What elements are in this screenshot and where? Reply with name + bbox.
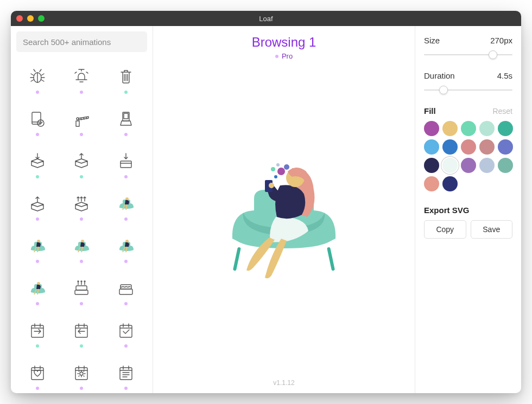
fill-label: Fill [424, 106, 436, 116]
tier-dot-icon [36, 344, 39, 348]
library-sidebar [11, 26, 153, 393]
close-window-button[interactable] [16, 15, 23, 22]
svg-rect-19 [119, 289, 132, 294]
calendar-next-icon[interactable] [15, 313, 60, 354]
box-multi-up-icon[interactable] [60, 187, 104, 227]
tier-dot-icon [124, 175, 128, 178]
tier-dot-icon [36, 217, 39, 221]
export-label: Export SVG [424, 206, 512, 215]
box-out-icon[interactable] [60, 144, 104, 184]
tier-dot-icon [80, 133, 83, 136]
duration-slider[interactable] [424, 86, 512, 94]
tier-dot-icon [36, 133, 39, 136]
color-swatch[interactable] [424, 176, 439, 191]
maximize-window-button[interactable] [38, 15, 45, 22]
window-controls [16, 15, 45, 22]
version-label: v1.1.12 [273, 379, 294, 389]
size-property: Size 270px [424, 36, 512, 59]
color-swatch[interactable] [442, 121, 458, 136]
svg-rect-36 [327, 247, 335, 271]
color-swatch[interactable] [442, 176, 458, 191]
library-scroll[interactable] [11, 57, 153, 393]
calendar-prev-icon[interactable] [60, 313, 104, 354]
color-swatch[interactable] [424, 158, 439, 173]
box-up-icon[interactable] [15, 187, 60, 227]
color-swatch[interactable] [461, 158, 476, 173]
search-input[interactable] [16, 31, 147, 52]
library-grid [15, 60, 148, 393]
calendar-gear-icon[interactable] [60, 356, 104, 393]
color-swatch[interactable] [498, 121, 513, 136]
book-check-icon[interactable] [15, 102, 60, 142]
svg-rect-23 [31, 368, 43, 380]
svg-point-33 [284, 164, 289, 170]
cake-icon[interactable] [104, 271, 148, 311]
svg-point-30 [271, 167, 275, 171]
color-swatch[interactable] [498, 158, 513, 173]
pro-dot-icon [275, 55, 278, 58]
trash-icon[interactable] [104, 60, 148, 100]
tier-dot-icon [36, 387, 39, 390]
color-swatch[interactable] [424, 139, 439, 155]
bug-icon[interactable] [15, 60, 60, 100]
svg-point-25 [80, 372, 83, 375]
save-button[interactable]: Save [471, 220, 513, 239]
svg-rect-35 [233, 247, 241, 271]
size-slider[interactable] [424, 50, 512, 59]
calendar-check-icon[interactable] [104, 313, 148, 354]
size-value: 270px [490, 36, 512, 45]
calendar-heart-icon[interactable] [15, 356, 60, 393]
color-swatch[interactable] [479, 158, 495, 173]
preview-pane: Browsing 1 Pro [153, 26, 415, 393]
color-swatch[interactable] [479, 121, 495, 136]
tier-dot-icon [80, 344, 83, 348]
tier-dot-icon [80, 387, 83, 390]
tier-dot-icon [36, 260, 39, 263]
svg-point-14 [81, 281, 82, 282]
svg-point-34 [274, 175, 277, 178]
browsing-1-illustration[interactable] [104, 187, 148, 227]
svg-point-31 [276, 163, 280, 166]
color-swatch[interactable] [442, 158, 458, 173]
animation-title: Browsing 1 [252, 35, 316, 50]
barrier-icon[interactable] [60, 102, 104, 142]
copy-button[interactable]: Copy [424, 220, 466, 239]
fill-reset-button[interactable]: Reset [492, 107, 512, 116]
svg-rect-6 [124, 113, 128, 119]
calendar-lines-icon[interactable] [104, 356, 148, 393]
color-swatch[interactable] [479, 139, 495, 155]
color-swatch[interactable] [461, 139, 476, 155]
minimize-window-button[interactable] [27, 15, 34, 22]
svg-rect-26 [120, 368, 132, 380]
tier-dot-icon [80, 175, 83, 178]
search-wrap [11, 26, 153, 57]
kiosk-icon[interactable] [104, 102, 148, 142]
color-swatch[interactable] [442, 139, 458, 155]
browsing-3-illustration[interactable] [60, 229, 104, 269]
app-window: Loaf [11, 11, 521, 393]
bell-icon[interactable] [60, 60, 104, 100]
tier-dot-icon [36, 302, 39, 305]
box-in-icon[interactable] [15, 144, 60, 184]
tier-dot-icon [80, 91, 83, 94]
svg-rect-7 [121, 161, 131, 168]
box-download-icon[interactable] [104, 144, 148, 184]
cake-candles-icon[interactable] [60, 271, 104, 311]
svg-rect-17 [75, 290, 88, 294]
duration-label: Duration [424, 71, 455, 80]
svg-point-15 [84, 281, 85, 282]
color-swatch[interactable] [498, 139, 513, 155]
color-swatch[interactable] [424, 121, 439, 136]
color-swatch[interactable] [461, 121, 476, 136]
svg-rect-3 [76, 121, 79, 126]
svg-rect-22 [120, 325, 132, 337]
tier-dot-icon [124, 260, 128, 263]
svg-point-32 [277, 168, 285, 175]
titlebar: Loaf [11, 11, 521, 26]
app-body: Browsing 1 Pro [11, 26, 521, 393]
tier-dot-icon [124, 217, 128, 221]
browsing-4-illustration[interactable] [104, 229, 148, 269]
browsing-5-illustration[interactable] [15, 271, 60, 311]
browsing-2-illustration[interactable] [15, 229, 60, 269]
duration-value: 4.5s [497, 71, 512, 80]
